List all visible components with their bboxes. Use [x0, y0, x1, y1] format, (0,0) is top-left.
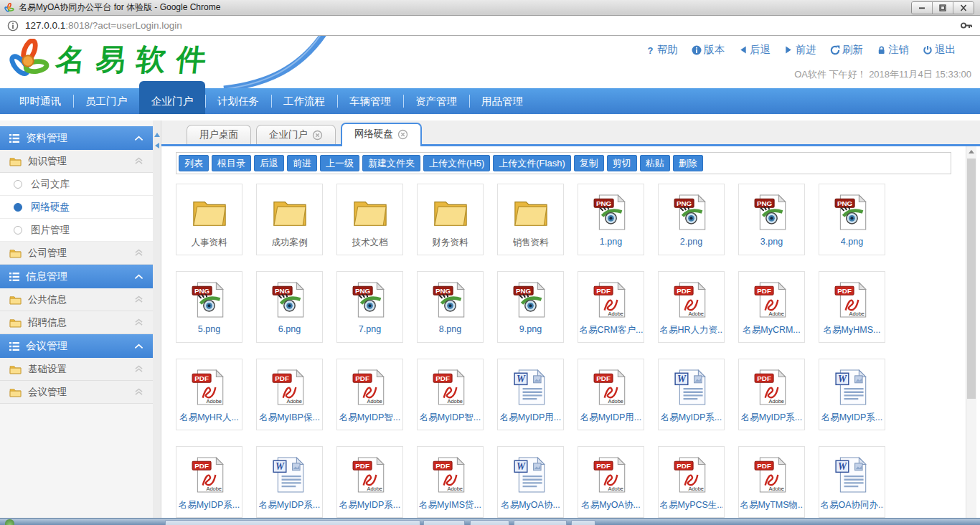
close-button[interactable]	[953, 2, 974, 14]
file-item[interactable]: PNG6.png	[256, 271, 323, 343]
toolbar-button[interactable]: 上传文件(H5)	[423, 155, 490, 171]
collapse-left-icon[interactable]	[155, 143, 159, 148]
toolbar-button[interactable]: 前进	[287, 155, 317, 171]
sidebar-item[interactable]: 公司管理	[0, 242, 153, 265]
file-item[interactable]: PDFAdobe名易MyIDP系...	[738, 359, 805, 430]
tab[interactable]: 用户桌面	[187, 125, 251, 144]
file-item[interactable]: PDFAdobe名易MyTMS物...	[738, 446, 805, 518]
header-link-forward[interactable]: 前进	[784, 43, 816, 57]
tab[interactable]: 网络硬盘	[341, 123, 422, 146]
nav-item[interactable]: 即时通讯	[7, 88, 73, 114]
nav-item[interactable]: 资产管理	[403, 88, 469, 114]
toolbar-button[interactable]: 剪切	[607, 155, 637, 171]
toolbar-button[interactable]: 新建文件夹	[362, 155, 420, 171]
nav-item[interactable]: 计划任务	[205, 88, 271, 114]
taskbar-button[interactable]	[571, 520, 595, 525]
url-text[interactable]: 127.0.0.1:8018/?act=userLogin.login	[25, 20, 960, 31]
file-item[interactable]: PNG4.png	[819, 184, 885, 255]
windows-taskbar[interactable]	[0, 518, 980, 525]
sidebar-group-header[interactable]: 会议管理	[0, 334, 153, 358]
file-item[interactable]: PDFAdobe名易MyHR人...	[176, 359, 242, 430]
nav-item[interactable]: 工作流程	[271, 88, 337, 114]
sidebar-item[interactable]: 公共信息	[0, 288, 153, 311]
file-item[interactable]: 销售资料	[497, 184, 564, 255]
sidebar-item[interactable]: 会议管理	[0, 381, 153, 404]
scrollbar-thumb[interactable]	[967, 159, 976, 399]
taskbar-button[interactable]	[470, 520, 509, 525]
sidebar-item[interactable]: 图片管理	[0, 219, 153, 242]
file-item[interactable]: PNG2.png	[658, 184, 725, 255]
taskbar-button[interactable]	[514, 520, 567, 525]
file-item[interactable]: PNG9.png	[497, 271, 564, 343]
sidebar-group-header[interactable]: 资料管理	[0, 126, 153, 150]
page-info-icon[interactable]	[7, 20, 19, 32]
tab-close-icon[interactable]	[397, 129, 408, 140]
file-item[interactable]: PDFAdobe名易MyIDP智...	[336, 359, 403, 430]
file-item[interactable]: 成功案例	[256, 184, 323, 255]
file-item[interactable]: PDFAdobe名易MyIDP系...	[176, 446, 242, 518]
maximize-button[interactable]	[932, 2, 953, 14]
file-item[interactable]: W名易OA协同办...	[819, 446, 885, 518]
file-item[interactable]: 人事资料	[176, 184, 242, 255]
sidebar-item[interactable]: 招聘信息	[0, 311, 153, 334]
header-link-refresh[interactable]: 刷新	[830, 43, 863, 57]
minimize-button[interactable]	[912, 2, 932, 14]
file-item[interactable]: PDFAdobe名易MyIDP系...	[336, 446, 403, 518]
file-item[interactable]: PDFAdobe名易MyHMS...	[819, 271, 885, 343]
tab[interactable]: 企业门户	[256, 125, 336, 144]
nav-item[interactable]: 企业门户	[139, 81, 205, 114]
vertical-scrollbar[interactable]	[966, 146, 976, 525]
taskbar-button[interactable]	[423, 520, 465, 525]
sidebar-splitter[interactable]	[153, 120, 161, 525]
file-item[interactable]: PDFAdobe名易MyIMS贷...	[417, 446, 484, 518]
key-icon[interactable]	[960, 21, 973, 30]
sidebar-item[interactable]: 基础设置	[0, 358, 153, 381]
toolbar-button[interactable]: 后退	[254, 155, 284, 171]
header-link-help[interactable]: ?帮助	[646, 43, 678, 57]
file-item[interactable]: PNG5.png	[176, 271, 242, 343]
header-link-exit[interactable]: 退出	[923, 43, 956, 57]
file-item[interactable]: W名易MyIDP系...	[256, 446, 323, 518]
header-link-back[interactable]: 后退	[738, 43, 771, 57]
sidebar-item[interactable]: 公司文库	[0, 173, 153, 196]
file-item[interactable]: W名易MyIDP系...	[819, 359, 885, 430]
file-item[interactable]: PNG3.png	[738, 184, 805, 255]
scroll-up-icon[interactable]	[154, 133, 160, 137]
header-link-logout[interactable]: 注销	[877, 43, 909, 57]
file-item[interactable]: W名易MyIDP用...	[497, 359, 564, 430]
toolbar-button[interactable]: 列表	[179, 155, 209, 171]
toolbar-button[interactable]: 删除	[673, 155, 703, 171]
start-button[interactable]	[5, 519, 14, 525]
file-item[interactable]: PNG8.png	[417, 271, 484, 343]
file-item[interactable]: PNG7.png	[336, 271, 403, 343]
scrollbar-up-button[interactable]	[966, 146, 976, 157]
toolbar-button[interactable]: 上传文件(Flash)	[493, 155, 570, 171]
tab-close-icon[interactable]	[312, 130, 323, 141]
nav-item[interactable]: 用品管理	[469, 88, 535, 114]
file-item[interactable]: PDFAdobe名易MyPCS生...	[658, 446, 725, 518]
file-item[interactable]: PNG1.png	[578, 184, 644, 255]
toolbar-button[interactable]: 根目录	[212, 155, 251, 171]
file-item[interactable]: PDFAdobe名易MyIBP保...	[256, 359, 323, 430]
file-item[interactable]: W名易MyIDP系...	[658, 359, 725, 430]
header-link-version[interactable]: 版本	[692, 43, 725, 57]
file-item[interactable]: 财务资料	[417, 184, 484, 255]
file-item[interactable]: 技术文档	[336, 184, 403, 255]
file-item[interactable]: PDFAdobe名易MyIDP用...	[578, 359, 644, 430]
url-bar[interactable]: 127.0.0.1:8018/?act=userLogin.login	[0, 16, 980, 36]
file-item[interactable]: PDFAdobe名易MyIDP智...	[417, 359, 484, 430]
sidebar-item[interactable]: 网络硬盘	[0, 196, 153, 219]
toolbar-button[interactable]: 上一级	[320, 155, 359, 171]
nav-item[interactable]: 车辆管理	[337, 88, 403, 114]
file-item[interactable]: W名易MyOA协...	[497, 446, 564, 518]
file-item[interactable]: PDFAdobe名易HR人力资...	[658, 271, 725, 343]
file-item[interactable]: PDFAdobe名易MyCRM...	[738, 271, 805, 343]
file-item[interactable]: PDFAdobe名易MyOA协...	[578, 446, 644, 518]
nav-item[interactable]: 员工门户	[73, 88, 139, 114]
file-item[interactable]: PDFAdobe名易CRM客户...	[578, 271, 644, 343]
taskbar-button[interactable]	[165, 520, 420, 525]
toolbar-button[interactable]: 粘贴	[640, 155, 670, 171]
sidebar-group-header[interactable]: 信息管理	[0, 265, 153, 288]
sidebar-item[interactable]: 知识管理	[0, 150, 153, 173]
toolbar-button[interactable]: 复制	[574, 155, 604, 171]
